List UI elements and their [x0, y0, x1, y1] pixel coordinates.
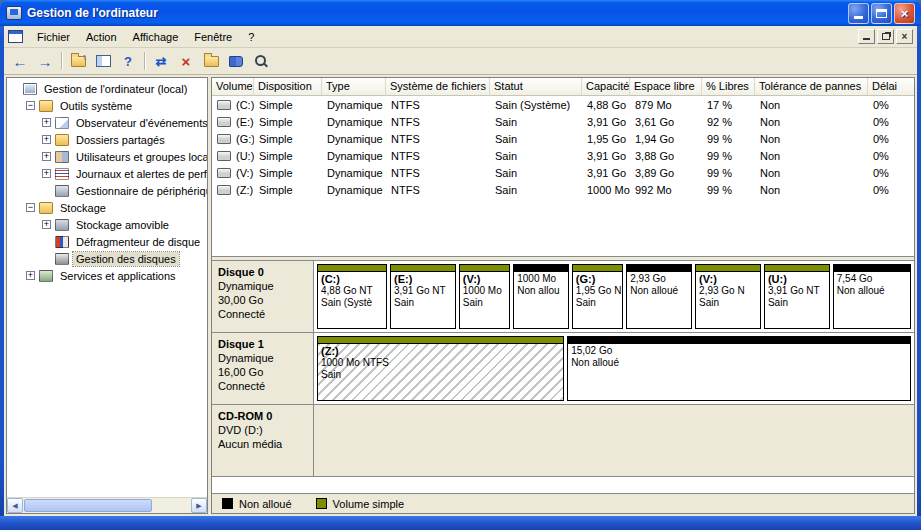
legend-swatch-unallocated [222, 498, 233, 509]
cell-text: 879 Mo [635, 99, 672, 111]
tree-item-services-et-applications[interactable]: +Services et applications [7, 267, 207, 284]
back-button[interactable]: ← [8, 50, 32, 72]
partition-unallocated[interactable]: 2,93 GoNon alloué [626, 264, 692, 329]
cell-disposition: Simple [254, 116, 322, 128]
console-window-icon[interactable] [8, 30, 23, 43]
tree-item-stockage[interactable]: −Stockage [7, 199, 207, 216]
tree-item-dossiers-partages[interactable]: +Dossiers partagés [7, 131, 207, 148]
expander-plus-icon[interactable]: + [42, 118, 51, 127]
zoom-button[interactable] [249, 50, 273, 72]
volume-list: VolumeDispositionTypeSystème de fichiers… [212, 78, 914, 256]
partition-unallocated[interactable]: 7,54 GoNon alloué [833, 264, 911, 329]
volume-row-v[interactable]: (V:)SimpleDynamiqueNTFSSain3,91 Go3,89 G… [212, 164, 914, 181]
partition-e[interactable]: (E:)3,91 Go NTSain [390, 264, 456, 329]
menu-fichier[interactable]: Fichier [29, 28, 78, 46]
partition-unallocated[interactable]: 15,02 GoNon alloué [567, 336, 911, 401]
minimize-button[interactable] [848, 3, 869, 24]
cell-text: 4,88 Go [587, 99, 626, 111]
tree-horizontal-scrollbar[interactable]: ◀ ▶ [7, 497, 207, 513]
disk-type: DVD (D:) [218, 423, 307, 437]
column-header-espace-libre[interactable]: Espace libre [630, 78, 702, 96]
partition-u[interactable]: (U:)3,91 Go NTSain [764, 264, 830, 329]
expander-plus-icon[interactable]: + [42, 135, 51, 144]
title-bar[interactable]: Gestion de l'ordinateur × [0, 0, 921, 26]
mdi-restore-button[interactable] [877, 29, 894, 44]
expander-minus-icon[interactable]: − [26, 203, 35, 212]
partition-status: Sain [576, 297, 619, 309]
menu-affichage[interactable]: Affichage [125, 28, 187, 46]
close-button[interactable]: × [894, 3, 915, 24]
tree-item-gestionnaire-de-peripherique[interactable]: Gestionnaire de périphérique [7, 182, 207, 199]
scroll-left-button[interactable]: ◀ [7, 498, 23, 513]
column-header-statut[interactable]: Statut [490, 78, 582, 96]
disk-info-disque-0[interactable]: Disque 0Dynamique30,00 GoConnecté [212, 261, 314, 332]
disk-info-cd-rom-0[interactable]: CD-ROM 0DVD (D:)Aucun média [212, 405, 314, 476]
expander-minus-icon[interactable]: − [26, 101, 35, 110]
partition-z[interactable]: (Z:)1000 Mo NTFSSain [317, 336, 564, 401]
console-tree-panel: Gestion de l'ordinateur (local)−Outils s… [6, 77, 208, 514]
show-hide-console-tree-button[interactable] [91, 50, 115, 72]
tree-item-stockage-amovible[interactable]: +Stockage amovible [7, 216, 207, 233]
column-header-delai[interactable]: Délai [868, 78, 914, 96]
tree-item-outils-systeme[interactable]: −Outils système [7, 97, 207, 114]
expander-plus-icon[interactable]: + [42, 220, 51, 229]
cell-text: 0% [873, 184, 889, 196]
volume-row-e[interactable]: (E:)SimpleDynamiqueNTFSSain3,91 Go3,61 G… [212, 113, 914, 130]
properties-button[interactable] [199, 50, 223, 72]
mdi-close-button[interactable]: × [896, 29, 913, 44]
cell-text: 99 % [707, 133, 732, 145]
mdi-minimize-button[interactable] [858, 29, 875, 44]
window-bottom-frame [0, 516, 921, 530]
cell-espace-libre: 1,94 Go [630, 133, 702, 145]
column-header-type[interactable]: Type [322, 78, 386, 96]
disk-info-disque-1[interactable]: Disque 1Dynamique16,00 GoConnecté [212, 333, 314, 404]
partition-unallocated[interactable]: 1000 MoNon allou [513, 264, 569, 329]
partition-c[interactable]: (C:)4,88 Go NTSain (Systè [317, 264, 387, 329]
cell-type: Dynamique [322, 133, 386, 145]
tree-item-gestion-des-disques[interactable]: Gestion des disques [7, 250, 207, 267]
column-header-capacite[interactable]: Capacité [582, 78, 630, 96]
partition-v[interactable]: (V:)1000 MoSain [459, 264, 510, 329]
expander-plus-icon[interactable]: + [42, 152, 51, 161]
volume-row-g[interactable]: (G:)SimpleDynamiqueNTFSSain1,95 Go1,94 G… [212, 130, 914, 147]
volume-row-z[interactable]: (Z:)SimpleDynamiqueNTFSSain1000 Mo992 Mo… [212, 181, 914, 198]
tree-item-label: Services et applications [57, 269, 179, 283]
tree-item-defragmenteur-de-disque[interactable]: Défragmenteur de disque [7, 233, 207, 250]
refresh-button[interactable]: ⇄ [149, 50, 173, 72]
help-topics-button[interactable] [224, 50, 248, 72]
forward-button[interactable]: → [33, 50, 57, 72]
mdi-minimize-icon [863, 38, 870, 40]
tree-item-gestion-de-l-ordinateur-local[interactable]: Gestion de l'ordinateur (local) [7, 80, 207, 97]
tree-item-utilisateurs-et-groupes-locau[interactable]: +Utilisateurs et groupes locau: [7, 148, 207, 165]
partition-status: Non alloué [630, 285, 688, 297]
cell-text: 3,91 Go [587, 150, 626, 162]
column-header-disposition[interactable]: Disposition [254, 78, 322, 96]
column-header-volume[interactable]: Volume [212, 78, 254, 96]
menu-action[interactable]: Action [78, 28, 125, 46]
refresh-icon: ⇄ [156, 55, 167, 68]
cell-text: Non [760, 133, 780, 145]
help-icon: ? [124, 55, 132, 68]
column-header-systeme-de-fichiers[interactable]: Système de fichiers [386, 78, 490, 96]
help-button[interactable]: ? [116, 50, 140, 72]
tree-item-journaux-et-alertes-de-perfo[interactable]: +Journaux et alertes de perfo [7, 165, 207, 182]
maximize-button[interactable] [871, 3, 892, 24]
up-one-level-button[interactable] [66, 50, 90, 72]
expander-plus-icon[interactable]: + [26, 271, 35, 280]
column-header-tolerance-de-pannes[interactable]: Tolérance de pannes [755, 78, 868, 96]
scroll-right-button[interactable]: ▶ [191, 498, 207, 513]
tree-item-observateur-d-evenements[interactable]: +Observateur d'événements [7, 114, 207, 131]
cell-libres: 99 % [702, 150, 755, 162]
volume-row-u[interactable]: (U:)SimpleDynamiqueNTFSSain3,91 Go3,88 G… [212, 147, 914, 164]
partition-v[interactable]: (V:)2,93 Go NSain [695, 264, 761, 329]
cell-tolerance-de-pannes: Non [755, 184, 868, 196]
delete-button[interactable]: × [174, 50, 198, 72]
volume-disk-icon [217, 134, 231, 144]
column-header-libres[interactable]: % Libres [702, 78, 755, 96]
expander-plus-icon[interactable]: + [42, 169, 51, 178]
scrollbar-thumb[interactable] [24, 499, 152, 512]
partition-g[interactable]: (G:)1,95 Go NSain [572, 264, 623, 329]
menu-help[interactable]: ? [240, 28, 262, 46]
volume-row-c[interactable]: (C:)SimpleDynamiqueNTFSSain (Système)4,8… [212, 96, 914, 113]
menu-fenetre[interactable]: Fenêtre [186, 28, 240, 46]
